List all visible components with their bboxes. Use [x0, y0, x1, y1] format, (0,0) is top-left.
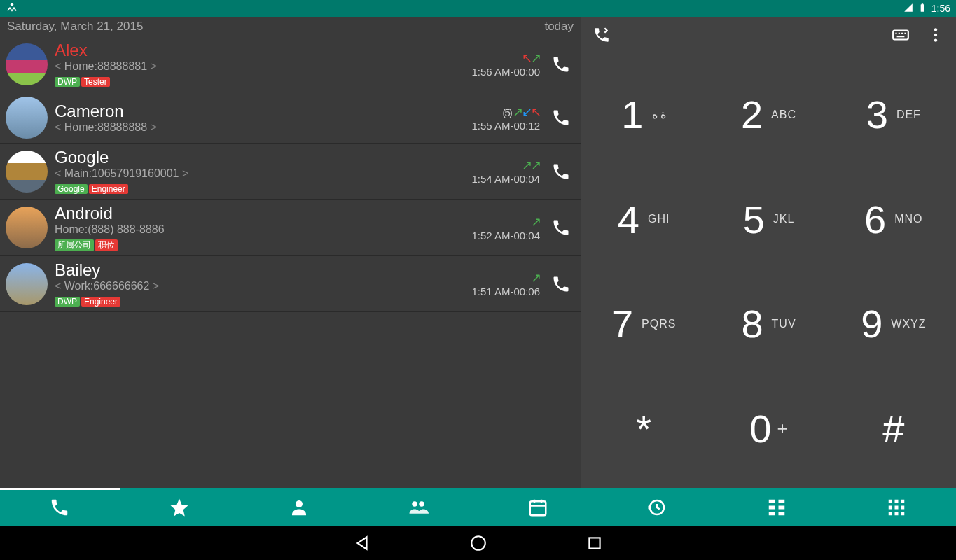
keyboard-icon[interactable] — [892, 26, 910, 47]
tab-grid[interactable] — [836, 488, 956, 526]
svg-point-7 — [934, 28, 937, 31]
keypad-6[interactable]: 6MNO — [831, 167, 956, 272]
svg-point-8 — [934, 33, 937, 36]
svg-point-9 — [934, 38, 937, 41]
call-log-panel: Saturday, March 21, 2015 today Alex < Ho… — [0, 17, 581, 488]
svg-rect-23 — [779, 512, 785, 515]
avatar[interactable] — [6, 263, 48, 305]
more-icon[interactable] — [927, 26, 945, 47]
call-button[interactable] — [547, 270, 575, 298]
svg-rect-27 — [888, 505, 892, 509]
tab-calendar[interactable] — [478, 488, 598, 526]
keypad-8[interactable]: 8TUV — [706, 272, 831, 377]
voicemail-icon[interactable] — [593, 26, 611, 47]
avatar[interactable] — [6, 150, 48, 192]
recent-button[interactable] — [586, 534, 604, 552]
contact-tag: 职位 — [95, 239, 118, 251]
tab-groups[interactable] — [359, 488, 478, 526]
call-direction-icons: (5) ↗↙↖ — [471, 104, 540, 120]
call-time: 1:51 AM-00:06 — [471, 286, 540, 298]
contact-name: Google — [55, 148, 471, 167]
svg-rect-21 — [779, 499, 785, 503]
contact-number: < Home:88888888 > — [55, 121, 471, 134]
home-button[interactable] — [469, 534, 487, 552]
call-log-entry[interactable]: Alex < Home:88888881 > DWPTester ↖↗ 1:56… — [0, 36, 581, 92]
tab-grid-large[interactable] — [717, 488, 837, 526]
svg-point-11 — [412, 501, 417, 507]
keypad-3[interactable]: 3DEF — [831, 62, 956, 167]
svg-rect-22 — [779, 505, 785, 509]
avatar[interactable] — [6, 206, 48, 248]
contact-tag: DWP — [55, 77, 80, 87]
keypad-5[interactable]: 5JKL — [706, 167, 831, 272]
keypad-0[interactable]: 0+ — [706, 377, 831, 482]
contact-tag: 所属公司 — [55, 239, 94, 251]
call-log-entry[interactable]: Bailey < Work:666666662 > DWPEngineer ↗ … — [0, 256, 581, 312]
svg-rect-34 — [589, 538, 600, 548]
svg-rect-4 — [901, 32, 903, 34]
call-button[interactable] — [547, 104, 575, 132]
svg-rect-1 — [893, 30, 908, 39]
date-header: Saturday, March 21, 2015 — [7, 20, 143, 34]
keypad-1[interactable]: 1ة ه — [581, 62, 706, 167]
call-direction-icons: ↗↗ — [471, 158, 540, 173]
signal-icon — [903, 3, 913, 15]
call-log-entry[interactable]: Android Home:(888) 888-8886 所属公司职位 ↗ 1:5… — [0, 200, 581, 256]
tab-phone[interactable] — [0, 488, 120, 526]
call-log-entry[interactable]: Google < Main:10657919160001 > GoogleEng… — [0, 144, 581, 200]
contact-name: Android — [55, 204, 471, 223]
android-nav-bar — [0, 526, 956, 560]
tab-favorites[interactable] — [120, 488, 240, 526]
call-direction-icons: ↗ — [471, 270, 540, 286]
svg-rect-29 — [901, 505, 904, 509]
svg-point-0 — [11, 3, 14, 6]
contact-tag: Tester — [81, 77, 110, 87]
status-bar: 1:56 — [0, 0, 956, 17]
app-indicator-icon — [6, 1, 18, 16]
svg-rect-32 — [901, 512, 904, 515]
svg-rect-5 — [904, 32, 906, 34]
keypad-4[interactable]: 4GHI — [581, 167, 706, 272]
contact-name: Bailey — [55, 260, 471, 280]
keypad-*[interactable]: * — [581, 377, 706, 482]
svg-rect-2 — [895, 32, 896, 34]
svg-point-12 — [419, 501, 424, 507]
call-log-entry[interactable]: Cameron < Home:88888888 > (5) ↗↙↖ 1:55 A… — [0, 92, 581, 144]
dialer-panel: 1ة ه2ABC3DEF4GHI5JKL6MNO7PQRS8TUV9WXYZ*0… — [581, 17, 956, 488]
svg-rect-18 — [769, 499, 775, 503]
keypad-7[interactable]: 7PQRS — [581, 272, 706, 377]
call-time: 1:55 AM-00:12 — [471, 120, 540, 132]
call-button[interactable] — [547, 158, 575, 186]
tab-history[interactable] — [597, 488, 717, 526]
avatar[interactable] — [6, 97, 48, 139]
svg-rect-24 — [888, 499, 892, 503]
svg-rect-20 — [769, 512, 775, 515]
contact-number: Home:(888) 888-8886 — [55, 223, 471, 236]
contact-number: < Work:666666662 > — [55, 280, 471, 293]
svg-rect-13 — [530, 501, 546, 515]
avatar[interactable] — [6, 43, 48, 85]
contact-tag: Engineer — [81, 297, 120, 307]
contact-name: Alex — [55, 41, 471, 60]
call-time: 1:52 AM-00:04 — [471, 230, 540, 241]
keypad-#[interactable]: # — [831, 377, 956, 482]
back-button[interactable] — [353, 534, 371, 552]
contact-number: < Main:10657919160001 > — [55, 167, 471, 180]
tab-contact[interactable] — [239, 488, 359, 526]
call-direction-icons: ↖↗ — [471, 50, 540, 66]
call-button[interactable] — [547, 50, 575, 78]
svg-rect-26 — [901, 499, 904, 503]
svg-point-33 — [471, 536, 485, 550]
status-time: 1:56 — [931, 3, 950, 14]
svg-rect-19 — [769, 505, 775, 509]
keypad-9[interactable]: 9WXYZ — [831, 272, 956, 377]
svg-point-10 — [296, 500, 303, 507]
call-button[interactable] — [547, 214, 575, 241]
svg-rect-31 — [894, 512, 898, 515]
svg-rect-6 — [897, 36, 905, 37]
contact-tag: DWP — [55, 297, 80, 307]
contact-tag: Engineer — [89, 184, 128, 194]
svg-rect-3 — [899, 32, 900, 34]
svg-rect-30 — [888, 512, 892, 515]
keypad-2[interactable]: 2ABC — [706, 62, 831, 167]
